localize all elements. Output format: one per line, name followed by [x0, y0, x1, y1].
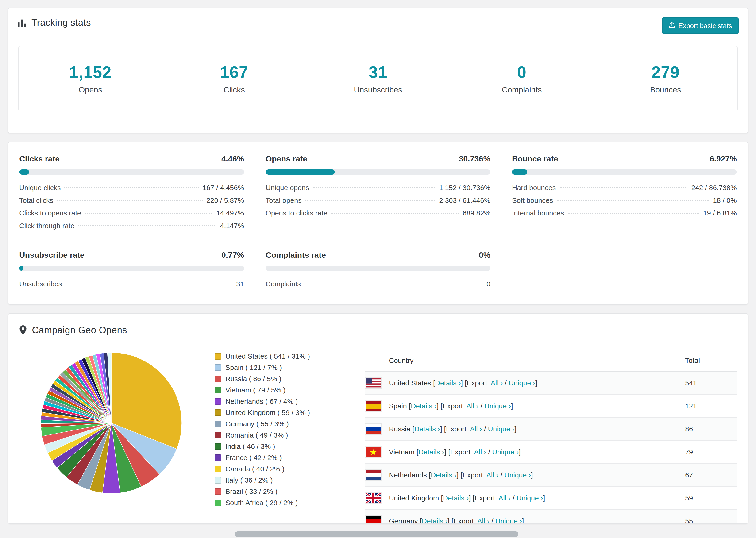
geo-table: Country Total United States [Details ›] … — [365, 350, 737, 523]
export-unique-link[interactable]: Unique › — [492, 448, 519, 456]
flag-icon-de — [365, 516, 381, 523]
rate-stat-label: Unsubscribes — [19, 280, 62, 288]
legend-swatch — [215, 409, 221, 416]
flag-icon-nl — [365, 470, 381, 480]
total-cell: 86 — [685, 425, 737, 433]
details-link[interactable]: Details › — [414, 425, 440, 433]
stat-value: 167 — [162, 63, 306, 81]
export-basic-stats-button[interactable]: Export basic stats — [662, 17, 739, 34]
legend-label: Vietnam ( 79 / 5% ) — [225, 386, 286, 394]
export-all-link[interactable]: All › — [491, 379, 503, 387]
dotted-leader — [304, 283, 483, 284]
tracking-stats-title: Tracking stats — [31, 17, 91, 28]
dotted-leader — [57, 200, 203, 201]
total-cell: 67 — [685, 471, 737, 479]
country-cell: Netherlands [Details ›] [Export: All › /… — [381, 471, 685, 479]
country-name: Spain — [389, 402, 409, 410]
country-name: Russia — [389, 425, 412, 433]
export-all-link[interactable]: All › — [470, 425, 482, 433]
progress-fill — [512, 169, 527, 174]
rate-panel-opens-rate: Opens rate30.736%Unique opens1,152 / 30.… — [266, 154, 490, 232]
stat-value: 1,152 — [19, 63, 162, 81]
rate-stat-value: 14.497% — [216, 209, 244, 217]
legend-item-in: India ( 46 / 3% ) — [215, 441, 310, 452]
progress-bar — [512, 169, 737, 174]
details-link[interactable]: Details › — [435, 379, 461, 387]
export-all-link[interactable]: All › — [477, 517, 490, 523]
stat-value: 0 — [450, 63, 593, 81]
rate-stat-value: 2,303 / 61.446% — [439, 196, 490, 204]
legend-swatch — [215, 420, 221, 427]
rate-stat-label: Unique clicks — [19, 183, 61, 191]
stat-opens: 1,152Opens — [19, 46, 162, 111]
details-link[interactable]: Details › — [431, 471, 457, 479]
dotted-leader — [85, 212, 212, 213]
table-row-de: Germany [Details ›] [Export: All › / Uni… — [365, 510, 737, 523]
table-row-gb: United Kingdom [Details ›] [Export: All … — [365, 487, 737, 510]
progress-fill — [19, 265, 23, 271]
legend-item-ru: Russia ( 86 / 5% ) — [215, 373, 310, 384]
details-link[interactable]: Details › — [411, 402, 437, 410]
export-unique-link[interactable]: Unique › — [484, 402, 511, 410]
export-all-link[interactable]: All › — [486, 471, 499, 479]
legend-label: Russia ( 86 / 5% ) — [225, 375, 281, 383]
export-unique-link[interactable]: Unique › — [504, 471, 531, 479]
details-link[interactable]: Details › — [422, 517, 448, 523]
export-unique-link[interactable]: Unique › — [509, 379, 535, 387]
rate-stat-label: Hard bounces — [512, 183, 556, 191]
legend-swatch — [215, 375, 221, 382]
export-all-link[interactable]: All › — [474, 448, 486, 456]
export-all-link[interactable]: All › — [466, 402, 478, 410]
bar-chart-icon — [17, 18, 26, 27]
rate-stat-value: 19 / 6.81% — [703, 209, 737, 217]
bracket-text: ] [Export: — [461, 379, 491, 387]
legend-item-fr: France ( 42 / 2% ) — [215, 452, 310, 463]
stat-label: Bounces — [594, 85, 737, 95]
legend-item-ca: Canada ( 40 / 2% ) — [215, 463, 310, 474]
geo-legend: United States ( 541 / 31% )Spain ( 121 /… — [215, 350, 310, 508]
legend-label: Italy ( 36 / 2% ) — [225, 476, 273, 484]
bracket-text: / — [503, 379, 509, 387]
stat-clicks: 167Clicks — [162, 46, 306, 111]
legend-label: Brazil ( 33 / 2% ) — [225, 487, 278, 495]
details-link[interactable]: Details › — [418, 448, 444, 456]
flag-icon-us — [365, 378, 381, 388]
progress-bar — [19, 265, 244, 271]
rate-stat-row: Complaints0 — [266, 277, 490, 290]
legend-swatch — [215, 477, 221, 483]
rate-stat-label: Total clicks — [19, 196, 53, 204]
country-cell: United States [Details ›] [Export: All ›… — [381, 379, 685, 387]
rates-card: Clicks rate4.46%Unique clicks167 / 4.456… — [8, 141, 748, 304]
bracket-text: / — [478, 402, 484, 410]
rate-stat-value: 220 / 5.87% — [206, 196, 244, 204]
rate-panel-unsubscribe-rate: Unsubscribe rate0.77%Unsubscribes31 — [19, 250, 244, 290]
rate-value: 6.927% — [710, 154, 737, 164]
geo-pie-chart — [38, 350, 185, 496]
legend-item-vn: Vietnam ( 79 / 5% ) — [215, 384, 310, 396]
progress-fill — [19, 169, 29, 174]
export-all-link[interactable]: All › — [499, 494, 511, 502]
country-name: Netherlands — [389, 471, 429, 479]
horizontal-scrollbar-thumb[interactable] — [235, 531, 518, 537]
legend-label: United Kingdom ( 59 / 3% ) — [225, 408, 310, 416]
legend-label: United States ( 541 / 31% ) — [225, 352, 310, 360]
country-name: United States — [389, 379, 433, 387]
rate-stat-row: Total clicks220 / 5.87% — [19, 194, 244, 206]
table-row-ru: Russia [Details ›] [Export: All › / Uniq… — [365, 418, 737, 441]
stats-strip: 1,152Opens167Clicks31Unsubscribes0Compla… — [18, 46, 738, 111]
rate-stat-label: Complaints — [266, 280, 301, 288]
rate-value: 4.46% — [221, 154, 244, 164]
dotted-leader — [313, 187, 435, 188]
geo-title-row: Campaign Geo Opens — [19, 325, 737, 336]
export-unique-link[interactable]: Unique › — [488, 425, 514, 433]
country-cell: Germany [Details ›] [Export: All › / Uni… — [381, 517, 685, 523]
rate-stat-row: Total opens2,303 / 61.446% — [266, 194, 490, 206]
export-unique-link[interactable]: Unique › — [516, 494, 543, 502]
bracket-text: / — [482, 425, 488, 433]
details-link[interactable]: Details › — [443, 494, 469, 502]
export-unique-link[interactable]: Unique › — [495, 517, 522, 523]
legend-swatch — [215, 387, 221, 393]
rate-stat-value: 31 — [236, 280, 244, 288]
country-cell: Spain [Details ›] [Export: All › / Uniqu… — [381, 402, 685, 410]
progress-bar — [19, 169, 244, 174]
